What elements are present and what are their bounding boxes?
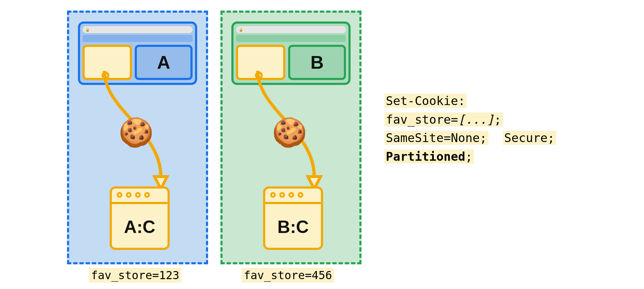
- lock-icon: 🔒: [239, 28, 243, 32]
- store-b-label: B:C: [265, 217, 321, 237]
- code-samesite: SameSite=None;: [384, 131, 488, 145]
- code-line-1: Set-Cookie:: [384, 94, 467, 108]
- site-a-frame: A: [135, 45, 193, 80]
- code-key: fav_store=: [386, 112, 458, 127]
- site-b-label: B: [310, 52, 324, 73]
- code-semi: ;: [494, 112, 501, 127]
- partition-b: 🔒 B 🍪 B:C: [220, 11, 362, 264]
- caption-b: fav_store=456: [242, 268, 334, 283]
- cookie-icon: 🍪: [119, 118, 154, 147]
- lock-icon: 🔒: [85, 28, 90, 32]
- iframe-anchor-icon: [255, 72, 263, 79]
- store-window-dots: [270, 192, 303, 198]
- browser-a: 🔒 A: [78, 21, 197, 85]
- site-b-frame: B: [288, 45, 346, 80]
- store-window-dots: [117, 192, 150, 198]
- browser-toolbar: [236, 35, 346, 42]
- cookie-store-a: A:C: [110, 186, 170, 250]
- site-a-label: A: [157, 52, 170, 73]
- diagram-canvas: 🔒 A 🍪 A:C 🔒: [7, 7, 644, 289]
- code-secure: Secure;: [503, 131, 556, 145]
- store-a-label: A:C: [112, 217, 168, 237]
- url-bar: 🔒: [236, 26, 346, 33]
- iframe-c-in-b: [236, 45, 285, 80]
- code-partitioned: Partitioned: [386, 149, 465, 164]
- cookie-icon: 🍪: [272, 118, 307, 147]
- code-val: [...]: [458, 112, 494, 127]
- caption-a: fav_store=123: [89, 268, 181, 283]
- iframe-anchor-icon: [102, 72, 109, 79]
- url-bar: 🔒: [83, 26, 193, 33]
- cookie-store-b: B:C: [263, 186, 323, 250]
- browser-b: 🔒 B: [231, 21, 351, 85]
- code-semi-2: ;: [465, 149, 472, 164]
- browser-toolbar: [83, 35, 193, 42]
- iframe-c-in-a: [83, 45, 132, 80]
- partition-a: 🔒 A 🍪 A:C: [67, 11, 208, 264]
- set-cookie-code: Set-Cookie: fav_store=[...]; SameSite=No…: [384, 92, 556, 166]
